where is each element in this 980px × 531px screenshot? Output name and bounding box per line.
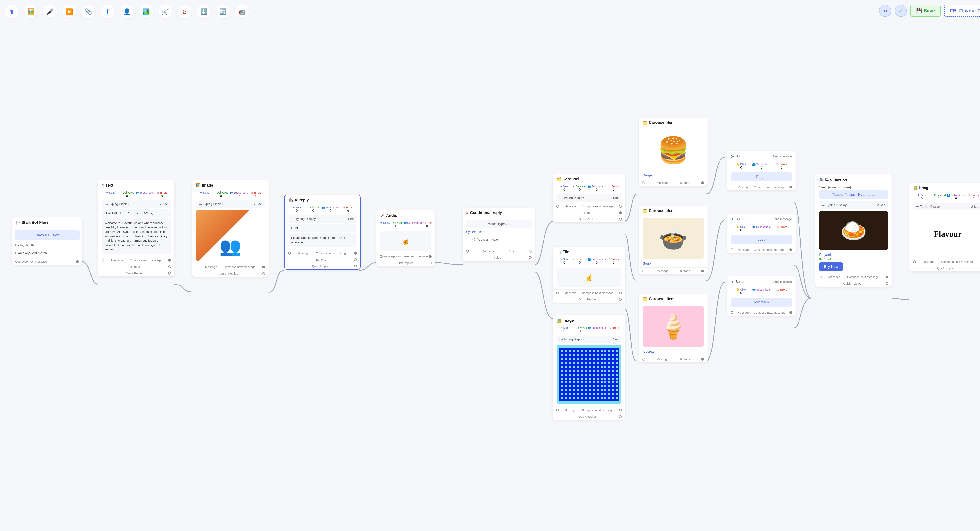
condition-chip[interactable]: ⓘ If Gender = Male [469, 236, 500, 243]
contact-icon[interactable]: 👤 [120, 5, 134, 18]
output-port[interactable] [619, 292, 622, 294]
input-port[interactable] [819, 276, 822, 278]
flow-name-button[interactable]: FB: Flavour Fusion [944, 5, 980, 17]
output-port[interactable] [886, 276, 888, 278]
facebook-icon[interactable]: f [101, 5, 115, 18]
typing-display[interactable]: ••• Typing Display3 Sec [557, 335, 621, 343]
buy-now-button[interactable]: Buy Now [819, 262, 843, 271]
output-port[interactable] [789, 248, 792, 251]
output-port[interactable] [354, 252, 357, 254]
input-port[interactable] [102, 259, 104, 262]
rewind-button[interactable]: ⏮ [879, 5, 891, 17]
node-carousel-item-soup[interactable]: 🗂️Carousel item Soup MessageButtons [639, 206, 708, 274]
output-port[interactable] [619, 205, 622, 208]
start-keywords: Hello, Hi, Start [15, 243, 79, 248]
ecommerce-icon[interactable]: 🛒 [158, 5, 172, 18]
input-port[interactable] [731, 248, 733, 251]
output-port[interactable] [76, 260, 79, 263]
node-carousel[interactable]: 🗂️Carousel ✈Sent0 ✓Delivered0 👥Subscribe… [553, 174, 625, 223]
ai-greeting: Hi AI, [288, 224, 356, 232]
typing-display[interactable]: ••• Typing Display0 Sec [288, 215, 356, 223]
match-type[interactable]: Match Type: All [466, 219, 531, 228]
input-port[interactable] [196, 266, 198, 269]
input-port[interactable] [288, 252, 291, 254]
output-port[interactable] [262, 272, 265, 275]
output-port[interactable] [789, 311, 792, 314]
output-port[interactable] [429, 255, 431, 258]
typing-display[interactable]: ••• Typing Display2 Sec [913, 203, 980, 210]
button-label[interactable]: Soup [731, 235, 792, 244]
false-port[interactable] [529, 256, 531, 259]
input-port[interactable] [643, 358, 645, 361]
output-port[interactable] [701, 181, 704, 184]
node-image[interactable]: 🖼️Image ✈Sent0 ✓Delivered0 👥Subscribers0… [192, 180, 269, 277]
input-port[interactable] [556, 205, 559, 208]
true-port[interactable] [529, 250, 531, 253]
output-port[interactable] [701, 358, 704, 361]
node-file[interactable]: 📄File ✈Sent0 ✓Delivered0 👥Subscribers0 ⚠… [553, 247, 625, 302]
video-icon[interactable]: ▶️ [62, 5, 76, 18]
output-port[interactable] [354, 258, 357, 261]
ecom-store[interactable]: Flavour Fusion - Hyderabad [819, 190, 888, 199]
gallery-icon[interactable]: 🏞️ [139, 5, 153, 18]
system-field-link[interactable]: System Field [466, 230, 531, 234]
node-ecommerce[interactable]: 🛍️Ecommerce Sent : [object Promise] Flav… [815, 174, 892, 287]
start-trigger-pill[interactable]: Flavour Fusion [14, 230, 80, 240]
input-port[interactable] [731, 186, 733, 189]
text-icon[interactable]: ¶ [5, 5, 18, 18]
node-button-icecream[interactable]: ➤ ButtonSend message 👆Click0 👥Subscriber… [727, 276, 796, 316]
bot-icon[interactable]: 🤖 [235, 5, 249, 18]
output-port[interactable] [354, 265, 357, 267]
fit-button[interactable]: ⤢ [895, 5, 907, 17]
output-port[interactable] [789, 186, 792, 189]
node-text[interactable]: ¶Text ✈Sent0 ✓Delivered0 👥Subscribers0 ⚠… [98, 180, 175, 277]
node-audio[interactable]: 🎤Audio ✈Sent0 ✓Delivered0 👥Subscribers0 … [376, 210, 435, 266]
input-port[interactable] [731, 311, 733, 314]
node-start[interactable]: 🏳️Start Bot Flow Flavour Fusion Hello, H… [12, 218, 82, 265]
download-icon[interactable]: ⬇️ [197, 5, 210, 18]
items-port[interactable] [619, 211, 622, 214]
node-carousel-item-icecream[interactable]: 🗂️Carousel item Icecream MessageButtons [639, 294, 708, 362]
output-port[interactable] [429, 262, 431, 264]
output-port[interactable] [886, 282, 888, 285]
input-port[interactable] [643, 270, 645, 272]
image-icon[interactable]: 🖼️ [24, 5, 38, 18]
input-port[interactable] [556, 292, 559, 294]
input-port[interactable] [466, 250, 469, 253]
audio-placeholder[interactable]: ☝️ [380, 231, 431, 251]
node-image-qr[interactable]: 🖼️Image ✈Sent0 ✓Delivered0 👥Subscribers0… [553, 315, 625, 420]
output-port[interactable] [619, 298, 622, 301]
button-label[interactable]: Icecream [731, 298, 792, 307]
file-icon[interactable]: 📎 [81, 5, 95, 18]
node-conditional[interactable]: ≥Conditional reply Match Type: All Syste… [463, 208, 535, 261]
input-port[interactable] [556, 409, 559, 412]
output-port[interactable] [168, 265, 171, 268]
typing-display[interactable]: ••• Typing Display2 Sec [102, 200, 170, 208]
file-placeholder[interactable]: ☝️ [557, 268, 621, 288]
integration-icon[interactable]: 🔄 [216, 5, 230, 18]
node-image-logo[interactable]: 🖼️Image ✈Sent0 ✓Delivered0 👥Subscribers0… [910, 183, 980, 271]
output-port[interactable] [168, 259, 171, 262]
node-ai-reply[interactable]: 🤖Ai reply ✈Sent0 ✓Delivered0 👥Subscriber… [284, 195, 361, 270]
audio-icon[interactable]: 🎤 [43, 5, 57, 18]
node-carousel-item-burger[interactable]: 🗂️Carousel item Burger MessageButtons [639, 118, 708, 186]
input-port[interactable] [913, 261, 916, 263]
input-port[interactable] [643, 181, 645, 184]
input-port[interactable] [380, 255, 383, 258]
typing-display[interactable]: ••• Typing Display2 Sec [819, 202, 888, 209]
node-button-burger[interactable]: ➤ ButtonSend message 👆Click0 👥Subscriber… [727, 151, 796, 190]
typing-display[interactable]: ••• Typing Display3 Sec [557, 194, 621, 202]
node-title: Text [105, 183, 113, 188]
output-port[interactable] [619, 409, 622, 412]
output-port[interactable] [619, 218, 622, 221]
output-port[interactable] [168, 272, 171, 275]
condition-icon[interactable]: ≥ [178, 5, 191, 18]
button-label[interactable]: Burger [731, 172, 792, 181]
output-port[interactable] [619, 415, 622, 418]
node-button-soup[interactable]: ➤ ButtonSend message 👆Click0 👥Subscriber… [727, 213, 796, 253]
save-button[interactable]: 💾 Save [910, 5, 940, 17]
output-port[interactable] [262, 266, 265, 269]
output-port[interactable] [701, 270, 704, 272]
typing-display[interactable]: ••• Typing Display2 Sec [196, 200, 265, 208]
logo-image: Flavour [913, 212, 980, 256]
